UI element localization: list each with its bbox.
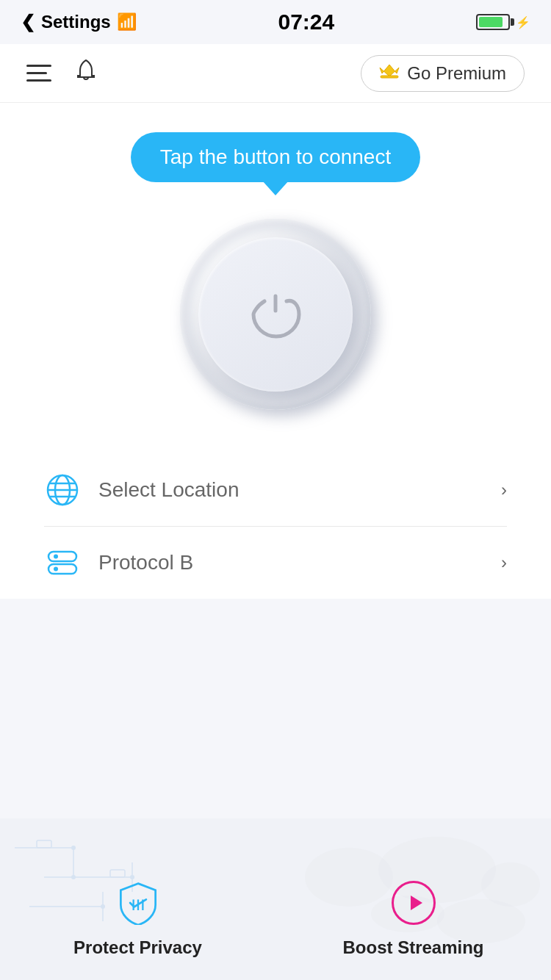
status-time: 07:24 — [278, 10, 334, 35]
select-location-label: Select Location — [98, 478, 483, 502]
svg-point-9 — [54, 555, 58, 559]
svg-point-26 — [305, 848, 393, 907]
back-label[interactable]: Settings — [41, 12, 111, 32]
boost-streaming-card[interactable]: Boost Streaming — [276, 818, 551, 980]
svg-point-17 — [71, 846, 76, 850]
status-bar: ❮ Settings 📶 07:24 ⚡ — [0, 0, 551, 44]
crown-icon — [379, 63, 400, 84]
notification-bell-icon[interactable] — [75, 59, 97, 87]
svg-point-20 — [101, 904, 105, 909]
premium-label: Go Premium — [407, 63, 506, 84]
svg-point-10 — [54, 567, 58, 572]
boost-streaming-label: Boost Streaming — [342, 937, 483, 958]
options-section: Select Location › Protocol B › — [0, 410, 551, 599]
tooltip-text: Tap the button to connect — [160, 145, 391, 168]
protect-privacy-label: Protect Privacy — [73, 937, 202, 958]
back-chevron[interactable]: ❮ — [21, 12, 35, 32]
svg-rect-21 — [37, 840, 51, 848]
svg-rect-22 — [110, 870, 125, 877]
bottom-section: Protect Privacy Boost Streaming — [0, 818, 551, 980]
protect-privacy-card[interactable]: Protect Privacy — [0, 818, 276, 980]
main-content: Tap the button to connect — [0, 103, 551, 599]
premium-button[interactable]: Go Premium — [361, 55, 525, 92]
charging-bolt-icon: ⚡ — [516, 15, 530, 29]
header: Go Premium — [0, 44, 551, 103]
svg-rect-8 — [48, 564, 76, 574]
play-circle — [392, 881, 436, 925]
power-button-container — [180, 219, 371, 410]
hamburger-line-2 — [26, 72, 47, 74]
hamburger-line-3 — [26, 79, 51, 82]
select-location-chevron: › — [501, 480, 507, 500]
svg-rect-1 — [381, 76, 398, 78]
select-location-row[interactable]: Select Location › — [44, 454, 507, 527]
menu-button[interactable] — [26, 65, 51, 82]
play-icon — [388, 877, 439, 929]
protocol-label: Protocol B — [98, 551, 483, 574]
power-button[interactable] — [180, 219, 371, 410]
hamburger-line-1 — [26, 65, 51, 67]
battery-fill — [479, 17, 503, 27]
svg-point-18 — [71, 875, 76, 879]
battery-indicator — [476, 14, 510, 30]
svg-rect-7 — [48, 552, 76, 561]
power-icon — [250, 289, 301, 340]
power-button-inner — [198, 237, 353, 392]
header-left — [26, 59, 97, 87]
globe-icon — [44, 472, 81, 508]
protocol-row[interactable]: Protocol B › — [44, 527, 507, 599]
svg-marker-31 — [411, 896, 422, 910]
status-left: ❮ Settings 📶 — [21, 12, 137, 32]
wifi-icon: 📶 — [117, 12, 137, 32]
svg-marker-0 — [380, 65, 399, 76]
shield-icon — [112, 877, 164, 929]
status-right: ⚡ — [476, 14, 530, 30]
connect-tooltip: Tap the button to connect — [131, 132, 420, 182]
protocol-chevron: › — [501, 552, 507, 573]
svg-point-30 — [437, 899, 525, 943]
protocol-icon — [44, 544, 81, 581]
